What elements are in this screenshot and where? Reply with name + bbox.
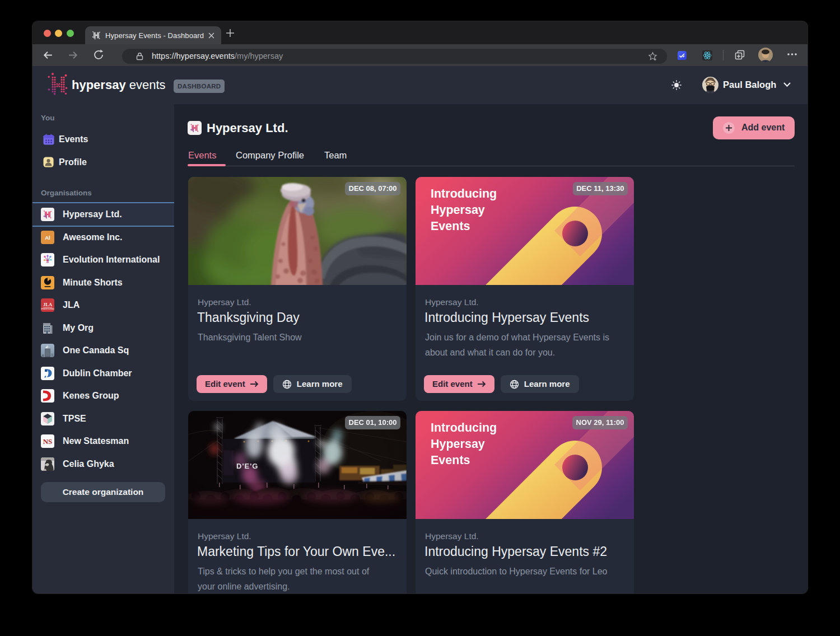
svg-text:JLA: JLA	[43, 302, 53, 307]
svg-text:Events: Events	[431, 453, 470, 467]
svg-text:SPEAKER BUREAU: SPEAKER BUREAU	[41, 308, 54, 310]
svg-text:Introducing: Introducing	[431, 421, 497, 434]
svg-text:Hypersay: Hypersay	[431, 203, 485, 217]
svg-text:NS: NS	[43, 437, 53, 446]
svg-text:Events: Events	[431, 219, 470, 233]
svg-text:Hypersay: Hypersay	[431, 437, 485, 451]
svg-text:Al: Al	[45, 235, 50, 241]
svg-text:Introducing: Introducing	[431, 187, 497, 200]
